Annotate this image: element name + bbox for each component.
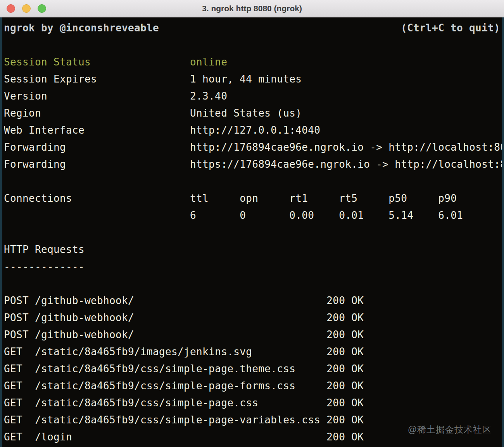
request-path: /github-webhook/: [35, 295, 326, 306]
request-method: GET: [4, 380, 35, 392]
session-line: Forwarding https://176894cae96e.ngrok.io…: [4, 156, 502, 173]
request-method: GET: [4, 431, 35, 443]
window-title: 3. ngrok http 8080 (ngrok): [0, 0, 504, 17]
blank-line: [4, 275, 502, 292]
connections-value: 0: [240, 210, 289, 221]
request-method: GET: [4, 346, 35, 358]
connections-value: 6.01: [438, 210, 488, 221]
connections-header-line: Connections ttl opn rt1 rt5 p50 p90: [4, 190, 502, 207]
connections-column-header: rt5: [339, 193, 388, 204]
request-method: GET: [4, 397, 35, 409]
session-label: Session Expires: [4, 73, 190, 85]
request-status: 200 OK: [326, 414, 364, 426]
session-value: http://176894cae96e.ngrok.io -> http://l…: [190, 141, 502, 153]
session-value: online: [190, 56, 227, 68]
request-line: POST /github-webhook/ 200 OK: [4, 326, 502, 343]
request-method: POST: [4, 329, 35, 340]
connections-value: 5.14: [388, 210, 438, 221]
session-value: 1 hour, 44 minutes: [190, 73, 302, 85]
connections-value: 0.00: [289, 210, 339, 221]
request-line: GET /static/8a465fb9/css/simple-page.the…: [4, 360, 502, 377]
session-value: https://176894cae96e.ngrok.io -> http://…: [190, 158, 502, 170]
connections-value: 6: [190, 210, 240, 221]
session-label: Session Status: [4, 56, 190, 68]
connections-column-header: p50: [388, 193, 438, 204]
request-path: /static/8a465fb9/css/simple-page.css: [35, 397, 326, 409]
request-path: /static/8a465fb9/css/simple-page-forms.c…: [35, 380, 326, 392]
session-value: http://127.0.0.1:4040: [190, 124, 320, 136]
blank-line: [4, 173, 502, 190]
session-label: Version: [4, 90, 190, 102]
request-status: 200 OK: [326, 380, 364, 392]
connections-column-header: opn: [240, 193, 289, 204]
request-status: 200 OK: [326, 431, 364, 443]
request-status: 200 OK: [326, 312, 364, 323]
request-status: 200 OK: [326, 363, 364, 375]
request-status: 200 OK: [326, 329, 364, 340]
request-method: POST: [4, 312, 35, 323]
request-line: GET /static/8a465fb9/css/simple-page.css…: [4, 394, 502, 411]
request-path: /static/8a465fb9/css/simple-page.theme.c…: [35, 363, 326, 375]
request-line: POST /github-webhook/ 200 OK: [4, 292, 502, 309]
request-path: /login: [35, 431, 326, 443]
session-line: Region United States (us): [4, 105, 502, 122]
request-line: POST /github-webhook/ 200 OK: [4, 309, 502, 326]
session-value: 2.3.40: [190, 90, 227, 102]
request-status: 200 OK: [326, 295, 364, 306]
session-label: Forwarding: [4, 141, 190, 153]
request-status: 200 OK: [326, 397, 364, 409]
http-requests-title-line: HTTP Requests: [4, 241, 502, 258]
connections-indent: [4, 210, 190, 221]
session-label: Forwarding: [4, 158, 190, 170]
session-line: Version 2.3.40: [4, 88, 502, 105]
quit-hint: (Ctrl+C to quit): [401, 19, 500, 36]
request-method: POST: [4, 295, 35, 306]
http-requests-underline-line: -------------: [4, 258, 502, 275]
request-path: /github-webhook/: [35, 312, 326, 323]
session-line: Session Expires 1 hour, 44 minutes: [4, 70, 502, 88]
titlebar: 3. ngrok http 8080 (ngrok): [0, 0, 504, 17]
terminal-content[interactable]: ngrok by @inconshreveable (Ctrl+C to qui…: [2, 17, 502, 447]
watermark: @稀土掘金技术社区: [408, 424, 492, 436]
ngrok-banner: ngrok by @inconshreveable: [4, 19, 159, 36]
request-path: /static/8a465fb9/images/jenkins.svg: [35, 346, 326, 358]
terminal-banner-line: ngrok by @inconshreveable (Ctrl+C to qui…: [4, 19, 502, 36]
connections-column-header: ttl: [190, 193, 240, 204]
request-status: 200 OK: [326, 346, 364, 358]
request-path: /github-webhook/: [35, 329, 326, 340]
http-requests-title: HTTP Requests: [4, 244, 85, 255]
session-line: Web Interface http://127.0.0.1:4040: [4, 122, 502, 139]
request-line: GET /static/8a465fb9/images/jenkins.svg …: [4, 343, 502, 360]
request-path: /static/8a465fb9/css/simple-page-variabl…: [35, 414, 326, 426]
session-label: Region: [4, 107, 190, 119]
blank-line: [4, 224, 502, 241]
terminal-window: 3. ngrok http 8080 (ngrok) ngrok by @inc…: [0, 0, 504, 447]
connections-column-header: rt1: [289, 193, 339, 204]
connections-values-line: 6 0 0.00 0.01 5.14 6.01: [4, 207, 502, 224]
request-method: GET: [4, 363, 35, 375]
request-line: GET /static/8a465fb9/css/simple-page-for…: [4, 377, 502, 394]
session-line: Forwarding http://176894cae96e.ngrok.io …: [4, 139, 502, 156]
session-label: Web Interface: [4, 124, 190, 136]
session-value: United States (us): [190, 107, 302, 119]
connections-column-header: p90: [438, 193, 488, 204]
connections-value: 0.01: [339, 210, 388, 221]
connections-label: Connections: [4, 193, 190, 204]
http-requests-underline: -------------: [4, 261, 85, 272]
session-line: Session Status online: [4, 53, 502, 70]
request-method: GET: [4, 414, 35, 426]
blank-line: [4, 36, 502, 53]
